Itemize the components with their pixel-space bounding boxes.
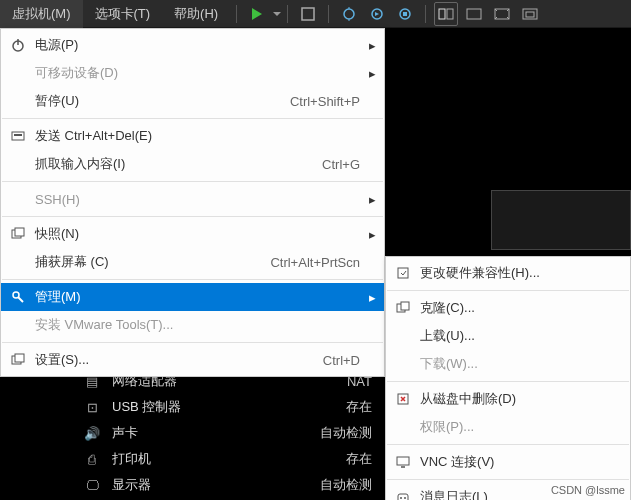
hwcompat-icon xyxy=(392,266,414,280)
svg-rect-8 xyxy=(447,9,453,19)
device-value: 自动检测 xyxy=(320,424,380,442)
svg-rect-1 xyxy=(302,8,314,20)
menu-vm[interactable]: 虚拟机(M) xyxy=(0,0,83,28)
fullscreen-icon[interactable] xyxy=(490,2,514,26)
svg-marker-4 xyxy=(375,12,379,16)
svg-rect-16 xyxy=(14,134,22,136)
printer-icon: ⎙ xyxy=(80,452,104,467)
submenu-arrow-icon: ▸ xyxy=(364,290,376,305)
snapshot-manager-icon[interactable] xyxy=(393,2,417,26)
clone-icon xyxy=(392,301,414,315)
device-row[interactable]: 🔊 声卡 自动检测 xyxy=(80,420,380,446)
play-dropdown-arrow[interactable] xyxy=(273,12,281,16)
menu-label: 从磁盘中删除(D) xyxy=(414,390,610,408)
svg-rect-22 xyxy=(15,354,24,362)
delete-icon xyxy=(392,392,414,406)
menu-item[interactable]: 克隆(C)... xyxy=(386,294,630,322)
vnc-icon xyxy=(392,455,414,469)
menu-label: 发送 Ctrl+Alt+Del(E) xyxy=(29,127,364,145)
menu-label: 上载(U)... xyxy=(414,327,610,345)
display-icon: 🖵 xyxy=(80,478,104,493)
menu-shortcut: Ctrl+Shift+P xyxy=(290,94,364,109)
svg-point-31 xyxy=(404,497,406,499)
menu-item[interactable]: 电源(P)▸ xyxy=(1,31,384,59)
menu-item[interactable]: 快照(N)▸ xyxy=(1,220,384,248)
menu-item[interactable]: 发送 Ctrl+Alt+Del(E) xyxy=(1,122,384,150)
menu-separator xyxy=(387,381,629,382)
svg-rect-9 xyxy=(467,9,481,19)
menu-item[interactable]: SSH(H)▸ xyxy=(1,185,384,213)
device-value: 存在 xyxy=(346,398,380,416)
manage-submenu: 更改硬件兼容性(H)...克隆(C)...上载(U)...下载(W)...从磁盘… xyxy=(385,256,631,500)
device-value: 存在 xyxy=(346,450,380,468)
menu-separator xyxy=(387,290,629,291)
settings-icon xyxy=(7,353,29,367)
separator xyxy=(236,5,237,23)
menu-label: 电源(P) xyxy=(29,36,364,54)
menu-item[interactable]: 捕获屏幕 (C)Ctrl+Alt+PrtScn xyxy=(1,248,384,276)
device-value: 自动检测 xyxy=(320,476,380,494)
send-icon xyxy=(7,129,29,143)
menu-label: 安装 VMware Tools(T)... xyxy=(29,316,364,334)
menu-separator xyxy=(387,444,629,445)
menu-item[interactable]: 暂停(U)Ctrl+Shift+P xyxy=(1,87,384,115)
menu-item[interactable]: 上载(U)... xyxy=(386,322,630,350)
menu-label: 捕获屏幕 (C) xyxy=(29,253,270,271)
play-button[interactable] xyxy=(245,2,269,26)
menu-label: 暂停(U) xyxy=(29,92,290,110)
snapshot-icon xyxy=(7,227,29,241)
svg-rect-6 xyxy=(403,12,407,16)
menubar: 虚拟机(M) 选项卡(T) 帮助(H) xyxy=(0,0,631,28)
menu-label: 抓取输入内容(I) xyxy=(29,155,322,173)
manage-icon xyxy=(7,290,29,304)
device-label: 显示器 xyxy=(104,476,320,494)
svg-point-2 xyxy=(344,9,354,19)
device-label: 打印机 xyxy=(104,450,346,468)
menu-item[interactable]: 下载(W)... xyxy=(386,350,630,378)
unity-icon[interactable] xyxy=(518,2,542,26)
separator xyxy=(328,5,329,23)
menu-item[interactable]: 抓取输入内容(I)Ctrl+G xyxy=(1,150,384,178)
menu-separator xyxy=(2,279,383,280)
menu-label: 权限(P)... xyxy=(414,418,610,436)
snapshot-revert-icon[interactable] xyxy=(365,2,389,26)
svg-rect-27 xyxy=(397,457,409,465)
device-label: 声卡 xyxy=(104,424,320,442)
menu-separator xyxy=(2,342,383,343)
view-split-icon[interactable] xyxy=(434,2,458,26)
menu-item[interactable]: 安装 VMware Tools(T)... xyxy=(1,311,384,339)
submenu-arrow-icon: ▸ xyxy=(364,66,376,81)
svg-rect-12 xyxy=(526,12,534,17)
menu-item[interactable]: VNC 连接(V) xyxy=(386,448,630,476)
log-icon xyxy=(392,490,414,500)
menu-item[interactable]: 更改硬件兼容性(H)... xyxy=(386,259,630,287)
svg-rect-23 xyxy=(398,268,408,278)
menu-item[interactable]: 权限(P)... xyxy=(386,413,630,441)
menu-item[interactable]: 设置(S)...Ctrl+D xyxy=(1,346,384,374)
menu-label: 克隆(C)... xyxy=(414,299,610,317)
menu-shortcut: Ctrl+D xyxy=(323,353,364,368)
submenu-arrow-icon: ▸ xyxy=(364,38,376,53)
menu-shortcut: Ctrl+G xyxy=(322,157,364,172)
menu-item[interactable]: 可移动设备(D)▸ xyxy=(1,59,384,87)
sound-icon: 🔊 xyxy=(80,426,104,441)
menu-item[interactable]: 管理(M)▸ xyxy=(1,283,384,311)
snapshot-toolbar-icon[interactable] xyxy=(337,2,361,26)
submenu-arrow-icon: ▸ xyxy=(364,192,376,207)
svg-rect-29 xyxy=(398,494,408,500)
submenu-arrow-icon: ▸ xyxy=(364,227,376,242)
svg-point-30 xyxy=(400,497,402,499)
device-row[interactable]: ⎙ 打印机 存在 xyxy=(80,446,380,472)
device-row[interactable]: ⊡ USB 控制器 存在 xyxy=(80,394,380,420)
menu-help[interactable]: 帮助(H) xyxy=(162,0,230,28)
view-single-icon[interactable] xyxy=(462,2,486,26)
toolbar-icon-1[interactable] xyxy=(296,2,320,26)
menu-tabs[interactable]: 选项卡(T) xyxy=(83,0,163,28)
device-row[interactable]: 🖵 显示器 自动检测 xyxy=(80,472,380,498)
svg-rect-7 xyxy=(439,9,445,19)
usb-icon: ⊡ xyxy=(80,400,104,415)
menu-item[interactable]: 从磁盘中删除(D) xyxy=(386,385,630,413)
menu-label: 可移动设备(D) xyxy=(29,64,364,82)
menu-label: 快照(N) xyxy=(29,225,364,243)
vm-context-menu: 电源(P)▸可移动设备(D)▸暂停(U)Ctrl+Shift+P发送 Ctrl+… xyxy=(0,28,385,377)
